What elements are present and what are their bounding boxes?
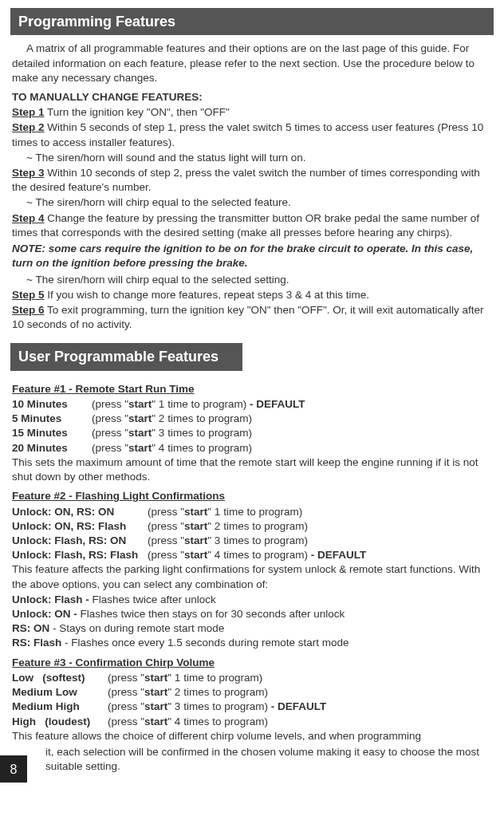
step-2-result: ~ The siren/horn will sound and the stat… xyxy=(26,151,492,165)
opt-label: Medium Low xyxy=(12,685,108,700)
opt-suffix: - DEFAULT xyxy=(308,549,366,561)
intro-paragraph: A matrix of all programmable features an… xyxy=(12,41,492,85)
page-number: 8 xyxy=(0,755,27,783)
step-2: Step 2 Within 5 seconds of step 1, press… xyxy=(12,120,492,149)
step-4-text: Change the feature by pressing the trans… xyxy=(12,212,479,239)
opt-suffix: - DEFAULT xyxy=(268,700,326,712)
opt-label: Low (softest) xyxy=(12,671,108,685)
section-heading-user-features: User Programmable Features xyxy=(10,343,242,370)
opt-action: (press "start" 2 times to program) xyxy=(148,520,308,532)
step-2-text: Within 5 seconds of step 1, press the va… xyxy=(12,121,483,148)
step-6: Step 6 To exit programming, turn the ign… xyxy=(12,303,492,332)
feature-2-sub-3: RS: ON - Stays on during remote start mo… xyxy=(12,621,492,636)
step-2-label: Step 2 xyxy=(12,121,45,133)
step-3-label: Step 3 xyxy=(12,167,45,179)
opt-label: Unlock: Flash, RS: Flash xyxy=(12,548,148,562)
section-heading-programming: Programming Features xyxy=(10,8,494,35)
opt-action: (press "start" 4 times to program) xyxy=(148,549,308,561)
opt-label: 20 Minutes xyxy=(12,441,92,455)
step-4-result: ~ The siren/horn will chirp equal to the… xyxy=(26,273,492,287)
feature-3-desc-line1: This feature allows the choice of differ… xyxy=(12,729,492,743)
feature-3-desc-line2: it, each selection will be confirmed in … xyxy=(12,745,492,774)
feature-3-option-1: Low (softest)(press "start" 1 time to pr… xyxy=(12,671,492,685)
manual-change-heading: TO MANUALLY CHANGE FEATURES: xyxy=(12,90,492,104)
opt-label: 5 Minutes xyxy=(12,412,92,426)
opt-action: (press "start" 2 times to program) xyxy=(108,686,268,698)
feature-2-option-1: Unlock: ON, RS: ON(press "start" 1 time … xyxy=(12,505,492,519)
feature-1-option-3: 15 Minutes(press "start" 3 times to prog… xyxy=(12,426,492,440)
step-1-text: Turn the ignition key "ON", then "OFF" xyxy=(45,106,230,118)
feature-1-option-1: 10 Minutes(press "start" 1 time to progr… xyxy=(12,397,492,412)
feature-2-sub-4: RS: Flash - Flashes once every 1.5 secon… xyxy=(12,636,492,650)
feature-1-option-2: 5 Minutes(press "start" 2 times to progr… xyxy=(12,412,492,426)
opt-action: (press "start" 3 times to program) xyxy=(108,700,268,712)
step-1-label: Step 1 xyxy=(12,106,45,118)
feature-2-sub-2: Unlock: ON - Flashes twice then stays on… xyxy=(12,607,492,621)
step-3-text: Within 10 seconds of step 2, press the v… xyxy=(12,167,480,193)
opt-label: Unlock: ON, RS: ON xyxy=(12,505,148,519)
opt-label: Medium High xyxy=(12,700,108,714)
opt-action: (press "start" 1 time to program) xyxy=(108,672,262,684)
step-4-label: Step 4 xyxy=(12,212,45,224)
opt-action: (press "start" 3 times to program) xyxy=(92,427,252,439)
feature-1-option-4: 20 Minutes(press "start" 4 times to prog… xyxy=(12,441,492,455)
step-4-note: NOTE: some cars require the ignition to … xyxy=(12,242,492,270)
feature-1-desc: This sets the maximum amount of time tha… xyxy=(12,455,492,484)
step-3-result: ~ The siren/horn will chirp equal to the… xyxy=(26,195,492,210)
opt-suffix: - DEFAULT xyxy=(246,398,305,410)
step-5-label: Step 5 xyxy=(12,289,45,301)
document-page: Programming Features A matrix of all pro… xyxy=(0,0,504,791)
step-5-text: If you wish to change more features, rep… xyxy=(45,289,369,301)
opt-action: (press "start" 4 times to program) xyxy=(92,442,252,454)
opt-action: (press "start" 1 time to program) xyxy=(148,506,302,518)
feature-3-option-2: Medium Low(press "start" 2 times to prog… xyxy=(12,685,492,700)
feature-2-option-3: Unlock: Flash, RS: ON(press "start" 3 ti… xyxy=(12,534,492,548)
opt-action: (press "start" 4 times to program) xyxy=(108,716,268,727)
step-3: Step 3 Within 10 seconds of step 2, pres… xyxy=(12,166,492,195)
feature-2-title: Feature #2 - Flashing Light Confirmation… xyxy=(12,489,492,503)
feature-2-option-2: Unlock: ON, RS: Flash(press "start" 2 ti… xyxy=(12,519,492,534)
feature-1-title: Feature #1 - Remote Start Run Time xyxy=(12,382,492,396)
opt-label: Unlock: ON, RS: Flash xyxy=(12,519,148,534)
step-1: Step 1 Turn the ignition key "ON", then … xyxy=(12,105,492,120)
feature-2-desc: This feature affects the parking light c… xyxy=(12,562,492,591)
opt-label: 15 Minutes xyxy=(12,426,92,440)
feature-2-sub-1: Unlock: Flash - Flashes twice after unlo… xyxy=(12,593,492,607)
opt-label: Unlock: Flash, RS: ON xyxy=(12,534,148,548)
opt-action: (press "start" 2 times to program) xyxy=(92,412,252,424)
opt-action: (press "start" 1 time to program) xyxy=(92,398,246,410)
opt-label: 10 Minutes xyxy=(12,397,92,412)
step-4: Step 4 Change the feature by pressing th… xyxy=(12,211,492,240)
feature-3-option-3: Medium High(press "start" 3 times to pro… xyxy=(12,700,492,714)
feature-2-option-4: Unlock: Flash, RS: Flash(press "start" 4… xyxy=(12,548,492,562)
opt-label: High (loudest) xyxy=(12,715,108,729)
opt-action: (press "start" 3 times to program) xyxy=(148,534,308,546)
step-5: Step 5 If you wish to change more featur… xyxy=(12,288,492,302)
feature-3-title: Feature #3 - Confirmation Chirp Volume xyxy=(12,656,492,670)
feature-3-option-4: High (loudest)(press "start" 4 times to … xyxy=(12,715,492,729)
step-6-label: Step 6 xyxy=(12,304,45,316)
step-6-text: To exit programming, turn the ignition k… xyxy=(12,304,483,330)
